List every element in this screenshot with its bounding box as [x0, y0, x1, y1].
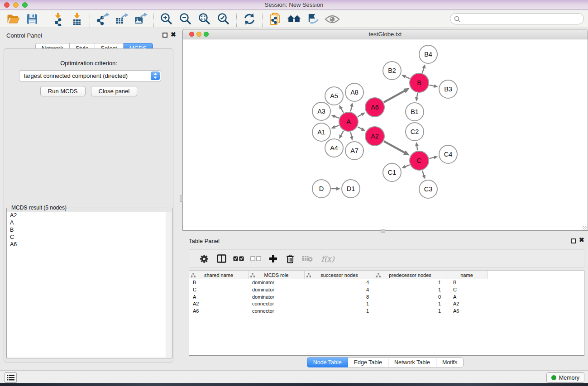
edge-C-C2[interactable]	[417, 146, 418, 151]
import-table-icon[interactable]	[67, 11, 86, 27]
fx-label: f(x)	[321, 254, 334, 263]
resize-grip[interactable]	[583, 226, 587, 230]
edge-B-B4[interactable]	[422, 68, 424, 73]
search-icon	[454, 16, 461, 23]
network-canvas[interactable]: B4B2BB3A5A8A6B1A3AC2A1A2A4A7C4CC1C3DD1	[183, 39, 588, 230]
close-panel-icon[interactable]: ✖	[171, 31, 176, 38]
result-scrollbar[interactable]	[166, 212, 172, 357]
dropdown-stepper-icon[interactable]	[151, 71, 160, 80]
edge-B-B2[interactable]	[405, 76, 410, 79]
column-header-name[interactable]: name	[446, 271, 488, 279]
zoom-selected-icon[interactable]	[214, 11, 233, 27]
edge-A-A8[interactable]	[351, 106, 352, 111]
edge-A-A3[interactable]	[335, 116, 339, 118]
table-row[interactable]: Adominator80A	[189, 294, 584, 301]
edge-B-B3[interactable]	[429, 85, 434, 86]
horizontal-divider-handle[interactable]	[381, 229, 385, 233]
desktop-background	[0, 383, 588, 386]
delete-row-trash-icon[interactable]	[282, 251, 299, 267]
result-item[interactable]: A6	[7, 241, 166, 248]
delete-table-icon[interactable]	[299, 251, 316, 267]
column-view-icon[interactable]	[213, 251, 230, 267]
table-cell: A2	[446, 300, 488, 308]
edge-A-A7[interactable]	[351, 132, 352, 137]
mcds-result-list[interactable]: A2ABCA6	[7, 212, 166, 357]
column-header-successor-nodes[interactable]: successor nodes	[305, 271, 374, 279]
close-panel-button[interactable]: Close panel	[91, 86, 138, 96]
result-item[interactable]: A2	[7, 212, 166, 219]
edge-A-A4[interactable]	[341, 131, 344, 136]
network-close-button[interactable]	[189, 32, 194, 37]
function-builder-icon[interactable]: f(x)	[316, 251, 339, 267]
result-item[interactable]: A	[7, 219, 166, 226]
memory-label: Memory	[559, 375, 579, 381]
zoom-fit-icon[interactable]	[195, 11, 214, 27]
edge-C-C1[interactable]	[405, 165, 409, 167]
table-tab-motifs[interactable]: Motifs	[436, 357, 464, 367]
task-history-button[interactable]	[5, 372, 17, 383]
float-table-panel-icon[interactable]	[571, 238, 576, 243]
open-session-icon[interactable]	[4, 11, 23, 27]
panel-divider-handle[interactable]	[180, 195, 183, 202]
save-session-icon[interactable]	[23, 11, 42, 27]
table-row[interactable]: A2connector11A2	[189, 300, 584, 308]
deselect-all-checkboxes-icon[interactable]	[247, 251, 264, 267]
add-row-icon[interactable]	[264, 251, 282, 267]
export-table-icon[interactable]	[112, 11, 131, 27]
graph-node-label-C4: C4	[444, 151, 453, 158]
criterion-value: largest connected component (directed)	[24, 72, 128, 79]
show-all-icon[interactable]	[323, 11, 342, 27]
graph-node-label-C: C	[417, 157, 421, 164]
edge-A-A1[interactable]	[335, 125, 339, 127]
graph-node-label-C1: C1	[388, 169, 397, 176]
edge-A-A5[interactable]	[341, 108, 344, 113]
table-cell: 1	[305, 308, 374, 315]
network-minimize-button[interactable]	[196, 32, 201, 37]
edge-arrowhead	[331, 115, 335, 118]
refresh-layout-icon[interactable]	[240, 11, 259, 27]
zoom-in-icon[interactable]	[157, 11, 176, 27]
maximize-window-button[interactable]	[22, 2, 28, 8]
clone-network-icon[interactable]	[266, 11, 285, 27]
table-row[interactable]: A6connector11A6	[189, 308, 584, 315]
table-row[interactable]: Bdominator41B	[189, 279, 584, 286]
float-panel-icon[interactable]	[163, 33, 167, 38]
criterion-dropdown[interactable]: largest connected component (directed)	[19, 70, 161, 81]
settings-gear-icon[interactable]	[196, 251, 213, 267]
table-tab-node-table[interactable]: Node Table	[307, 357, 348, 367]
graph-node-label-A7: A7	[350, 147, 359, 154]
network-graph-svg[interactable]: B4B2BB3A5A8A6B1A3AC2A1A2A4A7C4CC1C3DD1	[183, 39, 588, 230]
table-cell: B	[446, 279, 488, 286]
edge-C-C4[interactable]	[429, 157, 434, 158]
select-all-checkboxes-icon[interactable]	[230, 251, 247, 267]
close-window-button[interactable]	[4, 2, 10, 8]
memory-button[interactable]: Memory	[546, 372, 584, 383]
close-table-panel-icon[interactable]: ✖	[579, 236, 584, 243]
zoom-out-icon[interactable]	[176, 11, 195, 27]
minimize-window-button[interactable]	[13, 2, 19, 8]
column-header-MCDS-role[interactable]: MCDS role	[249, 271, 305, 279]
edge-A-A6[interactable]	[358, 114, 362, 116]
column-header-predecessor-nodes[interactable]: predecessor nodes	[374, 271, 446, 279]
hide-selected-icon[interactable]	[304, 11, 323, 27]
first-neighbors-icon[interactable]	[285, 11, 304, 27]
search-field[interactable]	[450, 13, 584, 24]
export-image-icon[interactable]	[131, 11, 150, 27]
edge-A6-B[interactable]	[384, 91, 405, 102]
edge-C-C3[interactable]	[422, 171, 424, 176]
network-maximize-button[interactable]	[204, 32, 209, 37]
edge-A2-C[interactable]	[384, 141, 405, 153]
result-item[interactable]: C	[7, 234, 166, 241]
import-network-icon[interactable]	[48, 11, 67, 27]
run-mcds-button[interactable]: Run MCDS	[40, 86, 86, 96]
search-input[interactable]	[463, 14, 581, 24]
export-network-icon[interactable]	[93, 11, 112, 27]
column-header-shared-name[interactable]: shared name	[189, 271, 249, 279]
table-row[interactable]: Cdominator41C	[189, 286, 584, 294]
table-tab-network-table[interactable]: Network Table	[388, 357, 436, 367]
node-table[interactable]: shared nameMCDS rolesuccessor nodesprede…	[189, 271, 584, 356]
edge-B-B1[interactable]	[417, 93, 418, 98]
result-item[interactable]: B	[7, 226, 166, 234]
edge-A-A2[interactable]	[358, 127, 362, 129]
table-tab-edge-table[interactable]: Edge Table	[348, 357, 388, 367]
